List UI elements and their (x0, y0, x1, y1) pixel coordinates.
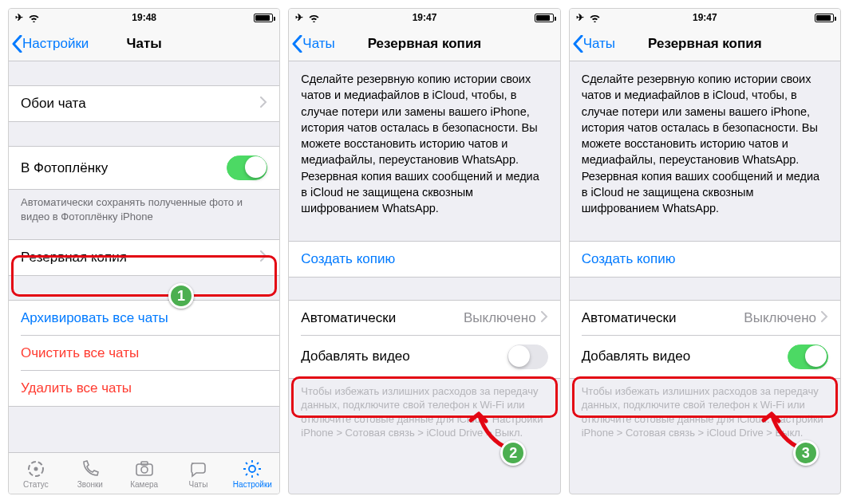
tab-camera[interactable]: Камера (117, 453, 172, 494)
row-label: Создать копию (301, 251, 547, 267)
row-create-backup[interactable]: Создать копию (289, 242, 559, 277)
toggle-camera-roll[interactable] (227, 156, 267, 180)
screen-backup-on: ✈ 19:47 Чаты Резервная копия Сделайте ре… (569, 8, 841, 494)
camera-icon (134, 459, 155, 479)
tab-calls[interactable]: Звонки (63, 453, 117, 494)
row-value: Выключено (744, 310, 816, 326)
gear-icon (242, 459, 263, 479)
status-time: 19:47 (381, 12, 468, 23)
chats-icon (188, 459, 209, 479)
phone-icon (80, 459, 101, 479)
step-badge-2: 2 (500, 440, 526, 466)
battery-icon (254, 14, 273, 22)
row-label: Добавлять видео (582, 348, 788, 364)
svg-point-1 (34, 467, 38, 471)
chevron-right-icon (260, 96, 267, 112)
back-label: Чаты (583, 36, 615, 52)
nav-bar: Чаты Резервная копия (570, 26, 840, 61)
screen-backup-off: ✈ 19:47 Чаты Резервная копия Сделайте ре… (288, 8, 560, 494)
toggle-include-video[interactable] (507, 345, 548, 369)
row-label: Архивировать все чаты (21, 310, 267, 326)
tab-chats[interactable]: Чаты (172, 453, 226, 494)
chevron-right-icon (260, 250, 267, 266)
svg-rect-2 (136, 464, 152, 475)
toggle-include-video[interactable] (788, 345, 828, 369)
row-save-camera-roll[interactable]: В Фотоплёнку (9, 147, 279, 189)
status-time: 19:47 (661, 12, 748, 23)
airplane-icon: ✈ (576, 12, 584, 23)
chevron-left-icon (12, 35, 22, 53)
row-label: Удалить все чаты (21, 380, 267, 396)
tab-settings[interactable]: Настройки (225, 453, 279, 494)
tab-label: Чаты (189, 480, 208, 489)
row-backup[interactable]: Резервная копия (9, 240, 279, 275)
backup-intro: Сделайте резервную копию истории своих ч… (289, 61, 559, 225)
screen-chats-settings: ✈ 19:48 Настройки Чаты Обои чата В Фотоп… (8, 8, 280, 494)
tab-label: Звонки (77, 480, 103, 489)
svg-rect-4 (141, 462, 148, 465)
wifi-icon (589, 14, 601, 22)
status-icon (26, 459, 46, 479)
row-label: Автоматически (582, 310, 744, 326)
step-badge-3: 3 (793, 440, 819, 466)
chevron-right-icon (821, 310, 828, 326)
battery-icon (535, 14, 554, 22)
content: Обои чата В Фотоплёнку Автоматически сох… (9, 61, 279, 452)
backup-footer: Чтобы избежать излишних расходов за пере… (289, 379, 559, 440)
status-bar: ✈ 19:48 (9, 9, 279, 26)
backup-footer: Чтобы избежать излишних расходов за пере… (570, 379, 840, 440)
status-bar: ✈ 19:47 (289, 9, 559, 26)
tab-label: Статус (23, 480, 49, 489)
row-label: Резервная копия (21, 250, 260, 266)
row-include-video[interactable]: Добавлять видео (570, 336, 840, 378)
step-badge-1: 1 (168, 283, 194, 309)
nav-bar: Чаты Резервная копия (289, 26, 559, 61)
battery-icon (815, 14, 834, 22)
status-bar: ✈ 19:47 (570, 9, 840, 26)
footer-camera-roll: Автоматически сохранять полученные фото … (9, 190, 279, 223)
row-delete-all[interactable]: Удалить все чаты (9, 371, 279, 406)
wifi-icon (28, 14, 40, 22)
tab-label: Настройки (233, 480, 272, 489)
row-label: Очистить все чаты (21, 345, 267, 361)
tab-status[interactable]: Статус (9, 453, 63, 494)
content: Сделайте резервную копию истории своих ч… (289, 61, 559, 494)
chevron-left-icon (292, 35, 302, 53)
row-archive-all[interactable]: Архивировать все чаты (9, 301, 279, 336)
row-label: Автоматически (301, 310, 464, 326)
back-label: Настройки (22, 36, 89, 52)
row-label: Добавлять видео (301, 348, 507, 364)
row-create-backup[interactable]: Создать копию (570, 242, 840, 277)
tab-label: Камера (130, 480, 158, 489)
content: Сделайте резервную копию истории своих ч… (570, 61, 840, 494)
back-button[interactable]: Настройки (9, 35, 89, 53)
row-label: В Фотоплёнку (21, 160, 227, 176)
airplane-icon: ✈ (15, 12, 23, 23)
row-wallpaper[interactable]: Обои чата (9, 86, 279, 121)
row-auto-backup[interactable]: Автоматически Выключено (570, 301, 840, 336)
svg-point-5 (249, 466, 255, 472)
chevron-left-icon (573, 35, 583, 53)
chevron-right-icon (541, 310, 548, 326)
row-label: Обои чата (21, 96, 260, 112)
back-button[interactable]: Чаты (289, 35, 334, 53)
row-clear-all[interactable]: Очистить все чаты (9, 336, 279, 371)
back-button[interactable]: Чаты (570, 35, 615, 53)
back-label: Чаты (302, 36, 334, 52)
wifi-icon (308, 14, 320, 22)
tab-bar: Статус Звонки Камера Чаты Настройки (9, 452, 279, 494)
row-include-video[interactable]: Добавлять видео (289, 336, 559, 378)
row-auto-backup[interactable]: Автоматически Выключено (289, 301, 559, 336)
svg-point-3 (141, 467, 148, 473)
row-value: Выключено (464, 310, 536, 326)
airplane-icon: ✈ (295, 12, 303, 23)
backup-intro: Сделайте резервную копию истории своих ч… (570, 61, 840, 225)
nav-bar: Настройки Чаты (9, 26, 279, 61)
row-label: Создать копию (582, 251, 828, 267)
status-time: 19:48 (101, 12, 188, 23)
